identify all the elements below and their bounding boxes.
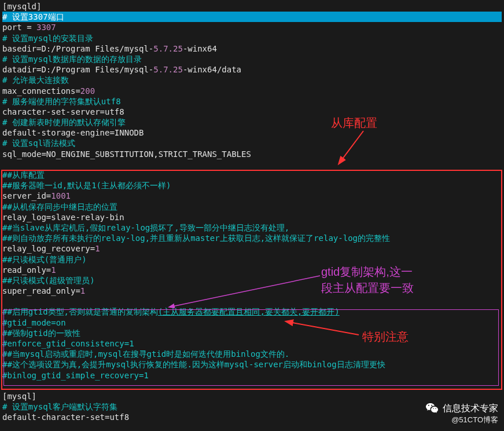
config-file-content: [mysqld] # 设置3307端口 port = 3307 # 设置mysq…: [0, 0, 504, 424]
engine-setting: default-storage-engine=INNODB: [2, 127, 502, 138]
relay-recovery-setting: relay_log_recovery=1: [2, 243, 502, 254]
comment-engine: # 创建新表时使用的默认存储引擎: [2, 117, 502, 127]
comment-slave-down: ##当slave从库宕机后,假如relay-log损坏了,导致一部分中继日志没有…: [2, 222, 502, 233]
watermark: 信息技术专家 @51CTO博客: [425, 401, 498, 425]
comment-relay: ##从机保存同步中继日志的位置: [2, 202, 502, 212]
gtid-mode-setting: #gtid_mode=on: [2, 317, 502, 328]
comment-charset: # 服务端使用的字符集默认utf8: [2, 96, 502, 107]
comment-slave: ##从库配置: [2, 170, 502, 180]
comment-binlog1: ##当mysql启动或重启时,mysql在搜寻gtid时是如何迭代使用binlo…: [2, 349, 502, 359]
comment-maxconn: # 允许最大连接数: [2, 75, 502, 85]
comment-readonly: ##只读模式(普通用户): [2, 254, 502, 265]
mysql-section: [mysql]: [2, 391, 502, 401]
serverid-setting: server_id=1001: [2, 191, 502, 201]
gtid-cons-setting: #enforce_gtid_consistency=1: [2, 338, 502, 349]
section-header: [mysqld]: [2, 1, 502, 12]
datadir-setting: datadir=D:/Program Files/mysql-5.7.25-wi…: [2, 64, 502, 75]
comment-port: # 设置3307端口: [2, 12, 502, 22]
comment-slave-down2: ##则自动放弃所有未执行的relay-log,并且重新从master上获取日志,…: [2, 233, 502, 243]
comment-basedir: # 设置mysql的安装目录: [2, 33, 502, 43]
comment-gtid-cons: ##强制gtid的一致性: [2, 328, 502, 338]
sqlmode-setting: sql_mode=NO_ENGINE_SUBSTITUTION,STRICT_T…: [2, 149, 502, 159]
comment-datadir: # 设置mysql数据库的数据的存放目录: [2, 54, 502, 64]
wechat-icon: [425, 401, 439, 415]
binlog-recovery-setting: #binlog_gtid_simple_recovery=1: [2, 370, 502, 381]
comment-binlog2: ##这个选项设置为真,会提升mysql执行恢复的性能.因为这样mysql-ser…: [2, 359, 502, 370]
maxconn-setting: max_connections=200: [2, 86, 502, 96]
superro-setting: super_read_only=1: [2, 286, 502, 296]
comment-serverid: ##服务器唯一id,默认是1(主从都必须不一样): [2, 180, 502, 191]
relay-setting: relay_log=slave-relay-bin: [2, 212, 502, 222]
port-setting: port = 3307: [2, 22, 502, 32]
charset-setting: character-set-server=utf8: [2, 107, 502, 117]
basedir-setting: basedir=D:/Program Files/mysql-5.7.25-wi…: [2, 43, 502, 54]
comment-sqlmode: # 设置sql语法模式: [2, 138, 502, 148]
comment-gtid: ##启用gtid类型,否则就是普通的复制架构(主从服务器都要配置且相同,要关都关…: [2, 306, 502, 317]
comment-superro: ##只读模式(超级管理员): [2, 275, 502, 286]
readonly-setting: read_only=1: [2, 265, 502, 275]
watermark-sub: @51CTO博客: [425, 415, 498, 425]
watermark-brand: 信息技术专家: [443, 403, 498, 415]
